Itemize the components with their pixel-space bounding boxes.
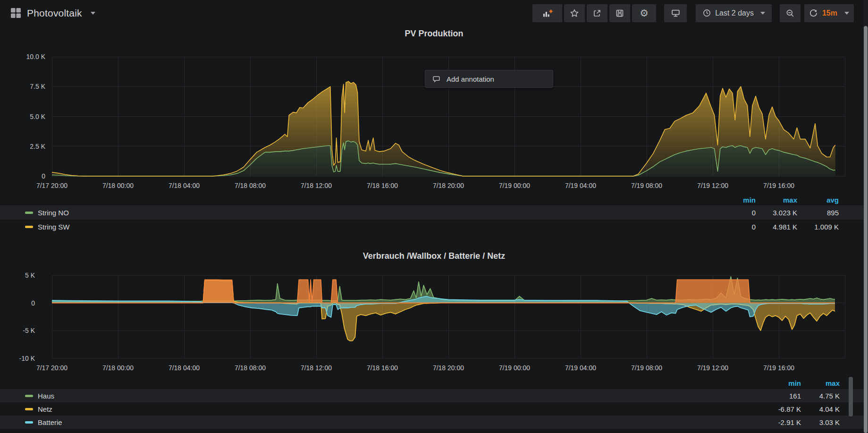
- legend-header: minmaxavg: [0, 194, 864, 205]
- panel-pv-produktion: PV Produktion 10.0 K7.5 K5.0 K2.5 K07/17…: [0, 26, 868, 236]
- legend-row: Batterie-2.91 K3.03 K: [0, 416, 864, 429]
- x-axis-tick-label: 7/18 20:00: [433, 182, 464, 189]
- legend-row: String NO03.023 K895: [0, 205, 864, 220]
- x-axis-tick-label: 7/19 12:00: [697, 182, 728, 189]
- legend-value: 4.981 K: [756, 223, 797, 231]
- x-axis-tick-label: 7/18 00:00: [102, 364, 134, 372]
- apps-grid-icon: [10, 8, 21, 18]
- series-color-swatch: [25, 421, 33, 424]
- x-axis-tick-label: 7/19 00:00: [499, 364, 530, 372]
- cycle-view-button[interactable]: [664, 4, 687, 22]
- legend-row: Netz-6.87 K4.04 K: [0, 402, 864, 416]
- bar-chart-add-icon: [542, 8, 553, 18]
- refresh-interval-label: 15m: [822, 9, 837, 17]
- series-color-swatch: [25, 226, 33, 228]
- save-button[interactable]: [609, 4, 630, 22]
- legend-value: 0: [714, 209, 756, 217]
- legend-col-max: max: [801, 379, 840, 387]
- series-label[interactable]: String SW: [38, 223, 70, 231]
- y-axis-tick-label: 10.0 K: [26, 53, 46, 60]
- refresh-button[interactable]: 15m: [804, 4, 854, 22]
- add-panel-button[interactable]: [532, 4, 562, 22]
- menu-item-label: Add annotation: [447, 75, 494, 83]
- legend-value: 3.03 K: [801, 418, 840, 426]
- legend-value: -2.91 K: [762, 418, 801, 426]
- x-axis-tick-label: 7/19 16:00: [763, 364, 794, 372]
- legend-values: -2.91 K3.03 K: [762, 418, 840, 426]
- share-icon: [592, 8, 602, 18]
- legend-col-max: max: [756, 196, 797, 204]
- legend-value: -6.87 K: [762, 405, 801, 413]
- add-annotation-menu-item[interactable]: Add annotation: [425, 70, 553, 88]
- x-axis-tick-label: 7/19 16:00: [763, 182, 794, 189]
- monitor-icon: [671, 8, 681, 18]
- page-scrollbar[interactable]: [863, 0, 868, 433]
- legend-values: 1614.75 K: [762, 392, 840, 400]
- x-axis-tick-label: 7/17 20:00: [36, 182, 67, 189]
- series-color-swatch: [25, 212, 33, 214]
- legend-row: String SW04.981 K1.009 K: [0, 220, 864, 234]
- x-axis-tick-label: 7/17 20:00: [36, 364, 67, 372]
- x-axis-tick-label: 7/18 04:00: [169, 364, 200, 372]
- legend-values: 04.981 K1.009 K: [714, 223, 839, 231]
- chevron-down-icon: [91, 12, 95, 15]
- legend-values: -6.87 K4.04 K: [762, 405, 840, 413]
- series-label[interactable]: Batterie: [38, 418, 62, 426]
- x-axis-tick-label: 7/18 08:00: [235, 182, 266, 189]
- x-axis-tick-label: 7/19 04:00: [565, 364, 596, 372]
- comment-bubble-icon: [432, 75, 441, 84]
- star-button[interactable]: [564, 4, 585, 22]
- y-axis-tick-label: 7.5 K: [30, 83, 45, 90]
- y-axis-tick-label: 0: [42, 172, 45, 180]
- panel-verbrauch: Verbrauch /Wallbox / Batterie / Netz 5 K…: [0, 236, 868, 433]
- chevron-down-icon: [844, 12, 849, 15]
- toolbar-button-group: ⚙: [532, 4, 656, 22]
- legend-value: 4.75 K: [801, 392, 840, 400]
- legend-value: 3.023 K: [756, 209, 797, 217]
- save-icon: [615, 8, 624, 18]
- time-range-button[interactable]: Last 2 days: [696, 4, 772, 22]
- grafana-dashboard: Photovoltaik: [0, 0, 868, 433]
- zoom-out-icon: [785, 8, 795, 18]
- zoom-out-button[interactable]: [780, 4, 801, 22]
- time-range-label: Last 2 days: [715, 9, 754, 17]
- legend-scrollbar-thumb[interactable]: [849, 377, 853, 416]
- page-title: Photovoltaik: [27, 8, 82, 19]
- y-axis-tick-label: 5.0 K: [30, 113, 45, 120]
- legend-col-min: min: [714, 196, 756, 204]
- legend-value: 895: [797, 209, 839, 217]
- series-color-swatch: [25, 395, 33, 397]
- x-axis-tick-label: 7/18 16:00: [367, 182, 398, 189]
- y-axis-tick-label: -10 K: [19, 355, 35, 362]
- legend-value: 4.04 K: [801, 405, 840, 413]
- x-axis-tick-label: 7/19 00:00: [499, 182, 530, 189]
- share-button[interactable]: [587, 4, 607, 22]
- y-axis-tick-label: -5 K: [23, 327, 35, 334]
- x-axis-tick-label: 7/19 12:00: [697, 364, 728, 372]
- x-axis-tick-label: 7/18 00:00: [102, 182, 134, 189]
- series-label[interactable]: Haus: [38, 392, 54, 400]
- legend-value: 0: [714, 223, 756, 231]
- dashboard-title-dropdown[interactable]: Photovoltaik: [10, 8, 95, 19]
- series-label[interactable]: Netz: [38, 405, 52, 413]
- page-scrollbar-thumb[interactable]: [864, 26, 868, 433]
- x-axis-tick-label: 7/18 20:00: [433, 364, 464, 372]
- legend-value: 161: [762, 392, 801, 400]
- x-axis-tick-label: 7/18 08:00: [235, 364, 266, 372]
- x-axis-tick-label: 7/19 08:00: [631, 364, 662, 372]
- chevron-down-icon: [760, 12, 765, 15]
- y-axis-tick-label: 0: [31, 299, 35, 307]
- series-label[interactable]: String NO: [38, 209, 69, 217]
- settings-button[interactable]: ⚙: [632, 4, 656, 22]
- refresh-icon: [809, 8, 818, 17]
- legend-col-min: min: [762, 379, 801, 387]
- x-axis-tick-label: 7/18 04:00: [169, 182, 200, 189]
- y-axis-tick-label: 2.5 K: [30, 143, 45, 150]
- series-color-swatch: [25, 408, 33, 410]
- legend-row: Haus1614.75 K: [0, 389, 864, 402]
- clock-icon: [702, 8, 711, 17]
- legend-value: 1.009 K: [797, 223, 839, 231]
- x-axis-tick-label: 7/19 08:00: [631, 182, 662, 189]
- toolbar: ⚙ Last 2 days: [532, 4, 854, 22]
- y-axis-tick-label: 5 K: [25, 272, 35, 279]
